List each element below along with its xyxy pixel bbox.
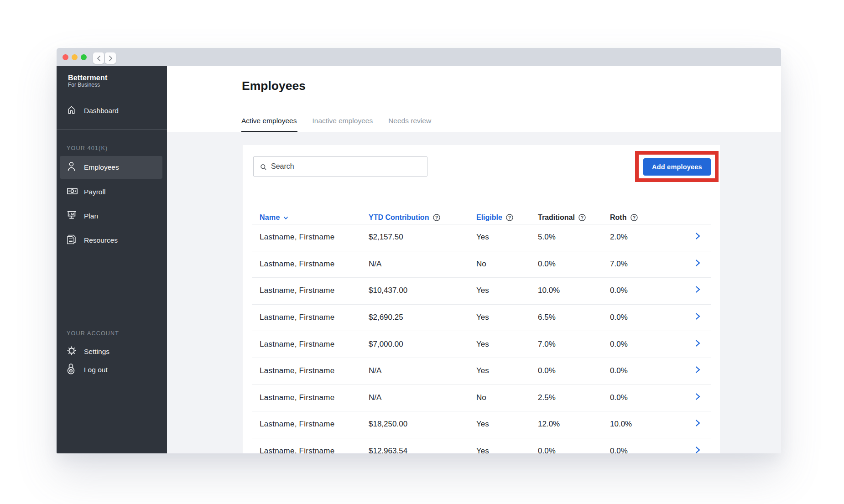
svg-text:?: ? (581, 215, 584, 220)
svg-text:?: ? (633, 215, 636, 220)
svg-text:?: ? (508, 215, 511, 220)
svg-text:?: ? (435, 215, 438, 220)
